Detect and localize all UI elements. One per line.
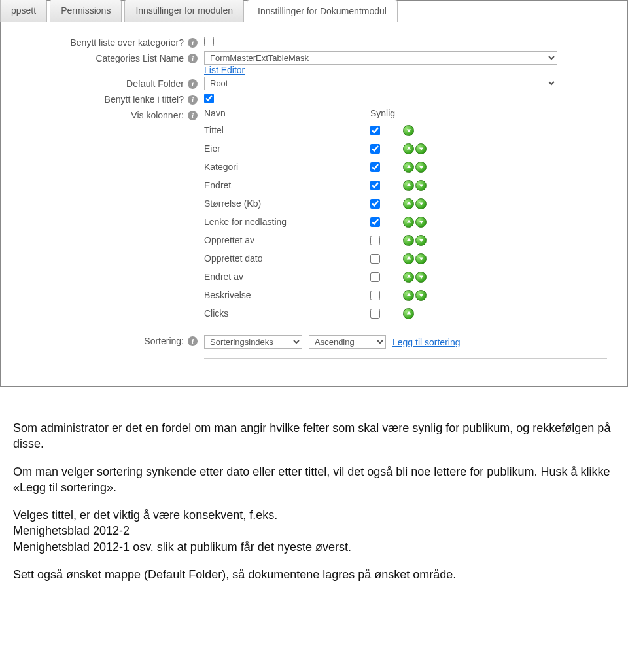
paragraph: Menighetsblad 2012-2 (13, 523, 615, 539)
categories-list-name-select[interactable]: FormMasterExtTableMask (204, 51, 557, 65)
arrow-down-icon[interactable] (415, 180, 427, 191)
list-editor-link[interactable]: List Editor (204, 65, 245, 75)
arrow-up-icon[interactable] (403, 217, 414, 228)
paragraph: Om man velger sortering synkende etter d… (13, 464, 615, 496)
default-folder-label: Default Folder (126, 79, 184, 89)
column-visible-checkbox[interactable] (370, 217, 380, 227)
column-name: Endret (204, 180, 370, 190)
info-icon[interactable]: i (188, 111, 198, 120)
tab-permissions[interactable]: Permissions (50, 0, 122, 22)
info-icon[interactable]: i (188, 38, 198, 48)
arrow-down-icon[interactable] (415, 143, 427, 154)
arrow-down-icon[interactable] (415, 253, 427, 264)
settings-panel: ppsett Permissions Innstillinger for mod… (0, 0, 628, 387)
column-name: Kategori (204, 162, 370, 172)
column-visible-checkbox[interactable] (370, 236, 380, 245)
column-row: Størrelse (Kb) (204, 194, 607, 213)
info-icon[interactable]: i (188, 95, 198, 105)
arrow-up-icon[interactable] (403, 290, 414, 301)
column-visible-checkbox[interactable] (370, 162, 380, 172)
arrow-down-icon[interactable] (415, 235, 427, 246)
document-text: Som administrator er det en fordel om ma… (0, 414, 628, 614)
column-row: Beskrivelse (204, 286, 607, 304)
column-name: Endret av (204, 272, 370, 282)
paragraph: Som administrator er det en fordel om ma… (13, 420, 615, 452)
column-name: Eier (204, 143, 370, 154)
paragraph: Menighetsblad 2012-1 osv. slik at publik… (13, 539, 615, 555)
arrow-up-icon[interactable] (403, 272, 414, 283)
sort-field-select[interactable]: Sorteringsindeks (204, 335, 302, 349)
arrow-up-icon[interactable] (403, 308, 414, 319)
info-icon[interactable]: i (188, 54, 198, 63)
arrow-up-icon[interactable] (403, 143, 414, 154)
arrow-up-icon[interactable] (403, 198, 414, 209)
sortering-label: Sortering: (144, 336, 184, 346)
add-sort-link[interactable]: Legg til sortering (392, 337, 461, 347)
sort-direction-select[interactable]: Ascending (309, 335, 386, 349)
default-folder-select[interactable]: Root (204, 77, 557, 90)
column-row: Kategori (204, 158, 607, 176)
arrow-up-icon[interactable] (403, 253, 414, 264)
column-name: Beskrivelse (204, 290, 370, 300)
column-visible-checkbox[interactable] (370, 291, 380, 300)
arrow-down-icon[interactable] (415, 290, 427, 301)
tab-strip: ppsett Permissions Innstillinger for mod… (1, 0, 627, 22)
arrow-up-icon[interactable] (403, 180, 414, 191)
column-name: Opprettet av (204, 235, 370, 245)
column-visible-checkbox[interactable] (370, 181, 380, 190)
vis-kolonner-label: Vis kolonner: (131, 110, 184, 120)
use-categories-checkbox[interactable] (204, 37, 214, 46)
arrow-down-icon[interactable] (403, 125, 414, 136)
column-visible-checkbox[interactable] (370, 309, 380, 319)
paragraph: Velges tittel, er det viktig å være kons… (13, 507, 615, 523)
arrow-up-icon[interactable] (403, 162, 414, 173)
column-row: Clicks (204, 304, 607, 323)
column-row: Tittel (204, 121, 607, 139)
column-name: Clicks (204, 308, 370, 319)
column-visible-checkbox[interactable] (370, 199, 380, 209)
arrow-down-icon[interactable] (415, 217, 427, 228)
info-icon[interactable]: i (188, 336, 198, 346)
tab-module-settings[interactable]: Innstillinger for modulen (124, 0, 244, 22)
arrow-down-icon[interactable] (415, 162, 427, 173)
tab-document-settings[interactable]: Innstillinger for Dokumentmodul (247, 0, 398, 22)
column-row: Eier (204, 139, 607, 158)
column-row: Endret av (204, 268, 607, 286)
divider (204, 358, 607, 359)
column-visible-checkbox[interactable] (370, 254, 380, 264)
columns-table: Navn Synlig TittelEierKategoriEndretStør… (204, 108, 607, 323)
column-visible-checkbox[interactable] (370, 272, 380, 282)
column-name: Størrelse (Kb) (204, 198, 370, 209)
use-link-title-label: Benytt lenke i tittel? (105, 94, 184, 105)
categories-list-name-label: Categories List Name (96, 53, 184, 63)
column-visible-checkbox[interactable] (370, 144, 380, 154)
column-name: Opprettet dato (204, 253, 370, 264)
column-row: Lenke for nedlasting (204, 213, 607, 231)
column-name-header: Navn (204, 108, 370, 118)
arrow-down-icon[interactable] (415, 272, 427, 283)
column-name: Tittel (204, 125, 370, 135)
arrow-down-icon[interactable] (415, 198, 427, 209)
divider (204, 328, 607, 328)
use-link-title-checkbox[interactable] (204, 94, 214, 103)
form-area: Benytt liste over kategorier? i Categori… (1, 22, 627, 380)
column-visible-header: Synlig (370, 108, 395, 118)
column-row: Opprettet dato (204, 249, 607, 268)
info-icon[interactable]: i (188, 79, 198, 89)
column-row: Opprettet av (204, 231, 607, 249)
paragraph: Sett også ønsket mappe (Default Folder),… (13, 567, 615, 582)
column-visible-checkbox[interactable] (370, 126, 380, 135)
tab-oppsett[interactable]: ppsett (0, 0, 47, 22)
arrow-up-icon[interactable] (403, 235, 414, 246)
use-categories-label: Benytt liste over kategorier? (70, 37, 184, 48)
column-row: Endret (204, 176, 607, 194)
column-name: Lenke for nedlasting (204, 217, 370, 227)
